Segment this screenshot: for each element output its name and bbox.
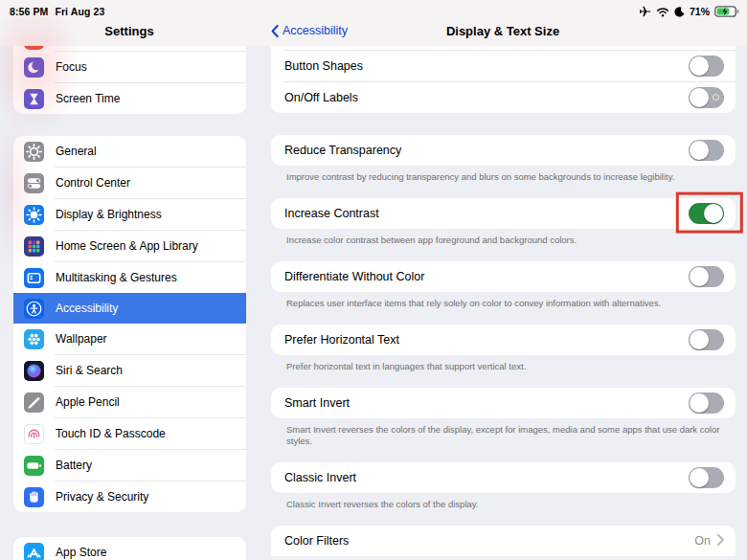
row-differentiate-without-color[interactable]: Differentiate Without Color bbox=[271, 261, 736, 292]
sidebar-item-focus[interactable]: Focus bbox=[13, 52, 246, 82]
row-on-off-labels[interactable]: On/Off Labels bbox=[271, 82, 736, 113]
wifi-icon bbox=[656, 7, 669, 17]
sidebar-item-label: App Store bbox=[56, 546, 106, 559]
on-off-labels-toggle[interactable] bbox=[689, 87, 724, 108]
navigation-headers: Settings Accessibility Display & Text Si… bbox=[0, 21, 747, 46]
accessibility-icon bbox=[24, 299, 44, 319]
brightness-icon bbox=[24, 205, 44, 225]
row-increase-contrast[interactable]: Increase Contrast bbox=[271, 198, 736, 229]
pencil-icon bbox=[24, 392, 44, 413]
sidebar-item-label: Wallpaper bbox=[56, 332, 107, 346]
sidebar-group-top: Focus Screen Time bbox=[13, 46, 246, 114]
row-label: Increase Contrast bbox=[284, 207, 379, 220]
sidebar-item-app-store[interactable]: App Store bbox=[13, 537, 246, 560]
battery-icon bbox=[24, 456, 44, 476]
sidebar-item-label: Screen Time bbox=[56, 92, 120, 105]
sidebar-item-label: Privacy & Security bbox=[56, 490, 148, 504]
row-button-shapes[interactable]: Button Shapes bbox=[271, 51, 736, 81]
sidebar-item-label: Touch ID & Passcode bbox=[56, 427, 166, 440]
sidebar-group-apps: App Store bbox=[13, 537, 246, 560]
section-footer: Replaces user interface items that rely … bbox=[286, 298, 732, 309]
row-label: Color Filters bbox=[284, 534, 349, 548]
sidebar-item-label: General bbox=[56, 145, 97, 158]
sidebar-item-label: Home Screen & App Library bbox=[56, 239, 198, 253]
row-label: On/Off Labels bbox=[284, 91, 358, 104]
date-label: Fri Aug 23 bbox=[55, 6, 104, 17]
sidebar-item-label: Battery bbox=[56, 459, 92, 472]
fingerprint-icon bbox=[24, 424, 44, 444]
sidebar-item-battery[interactable]: Battery bbox=[13, 450, 246, 481]
notifications-icon-clipped bbox=[24, 46, 44, 50]
increase-contrast-toggle[interactable] bbox=[689, 203, 724, 224]
sidebar-item-home-screen[interactable]: Home Screen & App Library bbox=[13, 231, 246, 261]
row-label: Classic Invert bbox=[284, 471, 356, 484]
row-label: Reduce Transparency bbox=[284, 144, 401, 157]
display-text-size-pane: Button Shapes On/Off Labels Reduce Trans… bbox=[259, 46, 747, 560]
sidebar-item-wallpaper[interactable]: Wallpaper bbox=[13, 324, 246, 354]
chevron-right-icon bbox=[717, 534, 724, 549]
sidebar-item-screen-time[interactable]: Screen Time bbox=[13, 83, 246, 114]
color-filters-value: On bbox=[694, 534, 711, 548]
app-grid-icon bbox=[24, 236, 44, 257]
sidebar-item-label: Focus bbox=[56, 60, 87, 74]
sidebar-item-touch-id[interactable]: Touch ID & Passcode bbox=[13, 418, 246, 449]
sidebar-item-label: Apple Pencil bbox=[56, 395, 120, 409]
classic-invert-toggle[interactable] bbox=[689, 467, 724, 488]
section-smart-invert: Smart Invert bbox=[271, 388, 736, 418]
sidebar-item-control-center[interactable]: Control Center bbox=[13, 168, 246, 198]
sidebar-group-main: General Control Center bbox=[13, 136, 246, 512]
section-footer: Improve contrast by reducing transparenc… bbox=[286, 171, 732, 183]
sidebar-item-label: Control Center bbox=[56, 176, 130, 190]
moon-icon bbox=[24, 57, 44, 78]
section-footer: Increase color contrast between app fore… bbox=[286, 235, 732, 246]
hourglass-icon bbox=[24, 89, 44, 109]
page-title: Display & Text Size bbox=[259, 24, 747, 38]
sidebar-item-label: Accessibility bbox=[56, 302, 118, 315]
sidebar-item-apple-pencil[interactable]: Apple Pencil bbox=[13, 387, 246, 417]
sidebar-item-label: Multitasking & Gestures bbox=[56, 271, 177, 284]
row-smart-invert[interactable]: Smart Invert bbox=[271, 388, 736, 418]
settings-sidebar: Focus Screen Time bbox=[0, 46, 259, 560]
sidebar-item-multitasking[interactable]: Multitasking & Gestures bbox=[13, 262, 246, 293]
sidebar-item-general[interactable]: General bbox=[13, 136, 246, 167]
section-classic-invert: Classic Invert bbox=[271, 462, 736, 493]
button-shapes-toggle[interactable] bbox=[689, 56, 724, 77]
status-bar: 8:56 PM Fri Aug 23 71% bbox=[0, 0, 747, 21]
clock-label: 8:56 PM bbox=[10, 6, 48, 17]
sidebar-item-privacy[interactable]: Privacy & Security bbox=[13, 482, 246, 512]
hand-icon bbox=[24, 487, 44, 507]
smart-invert-toggle[interactable] bbox=[689, 392, 724, 414]
sidebar-title: Settings bbox=[0, 24, 259, 38]
differentiate-without-color-toggle[interactable] bbox=[689, 266, 724, 287]
section-footer: Classic Invert reverses the colors of th… bbox=[286, 499, 732, 510]
row-label: Smart Invert bbox=[284, 396, 350, 410]
battery-charging-icon bbox=[714, 6, 739, 17]
section-increase-contrast: Increase Contrast bbox=[271, 198, 736, 229]
focus-moon-icon bbox=[674, 7, 685, 17]
sidebar-item-display-brightness[interactable]: Display & Brightness bbox=[13, 199, 246, 230]
sidebar-item-label: Display & Brightness bbox=[56, 208, 162, 221]
control-center-icon bbox=[24, 173, 44, 193]
section-footer: Prefer horizontal text in languages that… bbox=[286, 361, 732, 372]
settings-app-window: 8:56 PM Fri Aug 23 71% bbox=[0, 0, 747, 560]
app-store-icon bbox=[24, 543, 44, 560]
section-prefer-horizontal: Prefer Horizontal Text bbox=[271, 325, 736, 355]
sidebar-item-clipped bbox=[13, 46, 246, 51]
wallpaper-icon bbox=[24, 329, 44, 349]
prefer-horizontal-text-toggle[interactable] bbox=[689, 329, 724, 350]
multitasking-icon bbox=[24, 268, 44, 288]
airplane-mode-icon bbox=[640, 6, 651, 17]
section-color-filters: Color Filters On bbox=[271, 526, 736, 556]
reduce-transparency-toggle[interactable] bbox=[689, 140, 724, 161]
row-color-filters[interactable]: Color Filters On bbox=[271, 526, 736, 556]
row-prefer-horizontal-text[interactable]: Prefer Horizontal Text bbox=[271, 325, 736, 355]
row-classic-invert[interactable]: Classic Invert bbox=[271, 462, 736, 493]
row-label: Differentiate Without Color bbox=[284, 270, 424, 283]
row-reduce-transparency[interactable]: Reduce Transparency bbox=[271, 135, 736, 166]
section-footer: Smart Invert reverses the colors of the … bbox=[286, 424, 732, 447]
sidebar-item-siri-search[interactable]: Siri & Search bbox=[13, 355, 246, 386]
sidebar-item-label: Siri & Search bbox=[56, 364, 123, 377]
section-reduce-transparency: Reduce Transparency bbox=[271, 135, 736, 166]
section-labels: Button Shapes On/Off Labels bbox=[271, 46, 736, 113]
sidebar-item-accessibility[interactable]: Accessibility bbox=[13, 293, 246, 324]
